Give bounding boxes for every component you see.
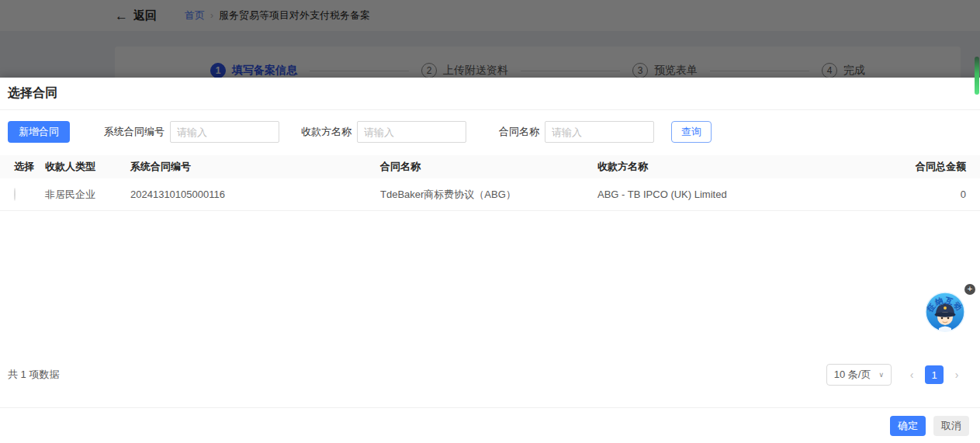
table-header-row: 选择 收款人类型 系统合同编号 合同名称 收款方名称 合同总金额 xyxy=(0,155,980,178)
mascot-plus-badge[interactable]: + xyxy=(964,284,975,295)
cell-contract-name: TdeBaker商标费协议（ABG） xyxy=(380,188,597,202)
current-page-button[interactable]: 1 xyxy=(925,365,944,384)
contract-table: 选择 收款人类型 系统合同编号 合同名称 收款方名称 合同总金额 非居民企业 2… xyxy=(0,155,980,211)
filter-contract-name-input[interactable] xyxy=(545,121,654,143)
filter-contract-no-label: 系统合同编号 xyxy=(104,125,164,139)
add-contract-button[interactable]: 新增合同 xyxy=(8,121,70,143)
chevron-down-icon: ∨ xyxy=(878,371,884,379)
header-payee-name: 收款方名称 xyxy=(597,160,873,174)
header-select: 选择 xyxy=(14,160,45,174)
select-contract-modal: 选择合同 新增合同 系统合同编号 收款方名称 合同名称 查询 选择 收款人类型 … xyxy=(0,78,980,443)
header-contract-name: 合同名称 xyxy=(380,160,597,174)
filter-payee-name: 收款方名称 xyxy=(301,121,466,143)
modal-action-bar: 确定 取消 xyxy=(0,407,980,443)
modal-header: 选择合同 xyxy=(0,78,980,110)
filter-contract-no-input[interactable] xyxy=(170,121,279,143)
filter-bar: 新增合同 系统合同编号 收款方名称 合同名称 查询 xyxy=(8,121,972,143)
cell-total-amount: 0 xyxy=(873,189,966,200)
modal-title: 选择合同 xyxy=(8,85,57,102)
cell-payee-type: 非居民企业 xyxy=(45,188,130,202)
page-size-select[interactable]: 10 条/页 ∨ xyxy=(826,364,892,386)
plus-icon: + xyxy=(968,284,972,293)
confirm-button[interactable]: 确定 xyxy=(890,416,926,436)
table-row[interactable]: 非居民企业 20241310105000116 TdeBaker商标费协议（AB… xyxy=(0,178,980,211)
total-count-text: 共 1 项数据 xyxy=(8,368,59,382)
tax-assistant-mascot[interactable]: 征纳互动 xyxy=(925,292,965,332)
search-button[interactable]: 查询 xyxy=(671,121,712,143)
row-select-radio[interactable] xyxy=(14,188,16,201)
vertical-scrollbar-thumb[interactable] xyxy=(975,57,979,95)
filter-contract-no: 系统合同编号 xyxy=(104,121,279,143)
filter-payee-name-label: 收款方名称 xyxy=(301,125,351,139)
filter-contract-name: 合同名称 xyxy=(499,121,654,143)
empty-space xyxy=(0,211,980,364)
header-contract-no: 系统合同编号 xyxy=(130,160,380,174)
filter-payee-name-input[interactable] xyxy=(357,121,466,143)
page-size-value: 10 条/页 xyxy=(834,368,871,382)
cell-contract-no: 20241310105000116 xyxy=(130,189,380,200)
mascot-avatar-icon: 征纳互动 xyxy=(925,292,965,332)
list-footer: 共 1 项数据 10 条/页 ∨ ‹ 1 › xyxy=(0,364,980,386)
cancel-button[interactable]: 取消 xyxy=(933,416,969,436)
filter-contract-name-label: 合同名称 xyxy=(499,125,539,139)
prev-page-icon[interactable]: ‹ xyxy=(902,369,921,381)
pagination: 10 条/页 ∨ ‹ 1 › xyxy=(826,364,966,386)
next-page-icon[interactable]: › xyxy=(947,369,966,381)
cell-payee-name: ABG - TB IPCO (UK) Limited xyxy=(597,189,873,200)
header-payee-type: 收款人类型 xyxy=(45,160,130,174)
header-total-amount: 合同总金额 xyxy=(873,160,966,174)
